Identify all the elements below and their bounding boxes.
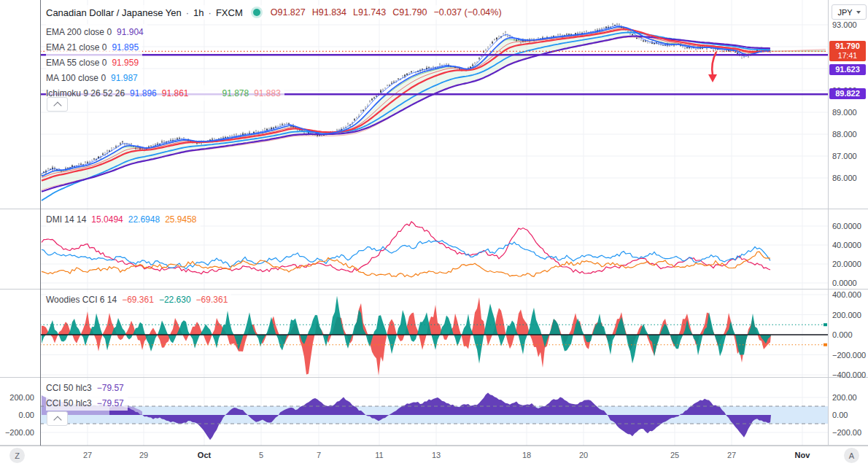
legend-value: 91.987 <box>111 73 138 83</box>
ohlc-values: O91.827H91.834L91.743C91.790−0.037 (−0.0… <box>271 7 502 18</box>
time-axis-label: 13 <box>432 451 441 459</box>
account-letter: A <box>849 451 854 460</box>
time-axis-label: 27 <box>83 451 92 459</box>
ohlc-token: O91.827 <box>271 7 306 18</box>
chevron-down-icon <box>856 11 861 14</box>
legend-row[interactable]: Woodies CCI 6 14−69.361−22.630−69.361 <box>46 292 231 307</box>
legend-row[interactable]: EMA 21 close 091.895 <box>46 39 142 55</box>
legend-value: −79.57 <box>97 383 124 393</box>
legend-label: EMA 55 close 0 <box>46 58 106 68</box>
legend-value: −79.57 <box>97 398 124 408</box>
chevron-up-icon <box>53 101 61 109</box>
title-separator: · <box>186 7 189 18</box>
chevron-up-icon <box>53 416 61 424</box>
collapse-cci-legend-button[interactable] <box>47 411 68 426</box>
current-price-badge: 91.790 17:41 <box>829 41 866 61</box>
tradingview-chart-window: Canadian Dollar / Japanese Yen · 1h · FX… <box>0 0 868 466</box>
price-level-badge: 91.623 <box>829 64 866 75</box>
legend-row[interactable]: EMA 55 close 091.959 <box>46 55 142 70</box>
legend-value: 25.9458 <box>165 214 196 225</box>
symbol-title-row[interactable]: Canadian Dollar / Japanese Yen · 1h · FX… <box>46 5 506 20</box>
time-axis-label: Nov <box>795 451 810 459</box>
legend-value: 91.883 <box>254 88 281 98</box>
time-axis-label: 5 <box>259 451 263 459</box>
legend-value: 22.6948 <box>128 214 160 225</box>
legend-label: MA 100 close 0 <box>46 73 106 83</box>
time-axis-label: 25 <box>670 451 679 459</box>
collapse-legend-button[interactable] <box>47 97 68 112</box>
time-axis-label: 29 <box>139 451 148 459</box>
symbol-name[interactable]: Canadian Dollar / Japanese Yen <box>46 7 182 18</box>
time-axis-label: 27 <box>727 451 736 459</box>
legend-value: 91.959 <box>112 58 139 68</box>
market-status-icon[interactable] <box>253 9 260 16</box>
legend-row[interactable]: CCI 50 hlc3−79.57 <box>46 380 128 395</box>
legend-value: 91.896 <box>130 88 157 98</box>
ohlc-token: C91.790 <box>392 7 427 18</box>
ohlc-token: −0.037 (−0.04%) <box>433 7 501 18</box>
main-indicator-legend: EMA 200 close 091.904EMA 21 close 091.89… <box>46 24 284 101</box>
woodies-cci-legend: Woodies CCI 6 14−69.361−22.630−69.361 <box>46 292 231 307</box>
time-axis-label: 20 <box>579 451 588 459</box>
cci50-legend: CCI 50 hlc3−79.57CCI 50 hlc3−79.57 <box>46 380 128 411</box>
time-axis-label: 11 <box>375 451 383 459</box>
legend-label: EMA 21 close 0 <box>46 42 106 53</box>
dmi-legend: DMI 14 1415.049422.694825.9458 <box>46 211 201 227</box>
legend-value: 91.878 <box>222 88 249 98</box>
price-axis-currency-button[interactable]: JPY <box>832 4 867 20</box>
legend-value: 91.895 <box>112 42 139 53</box>
legend-value: 91.861 <box>162 88 189 98</box>
legend-value: −69.361 <box>122 295 154 305</box>
legend-value: 15.0494 <box>91 214 123 225</box>
legend-label: Woodies CCI 6 14 <box>46 295 117 305</box>
legend-label: CCI 50 hlc3 <box>46 383 92 393</box>
legend-value: −69.361 <box>196 295 228 305</box>
legend-value: −22.630 <box>159 295 191 305</box>
current-price-value: 91.790 <box>829 42 866 51</box>
legend-row[interactable]: MA 100 close 091.987 <box>46 70 142 85</box>
account-button-right[interactable]: A <box>844 448 859 463</box>
bar-countdown: 17:41 <box>829 51 866 61</box>
logo-button-left[interactable]: Z <box>9 448 25 463</box>
price-level-badge: 89.822 <box>829 88 866 99</box>
legend-row[interactable]: Ichimoku 9 26 52 2691.89691.86191.87891.… <box>46 85 284 101</box>
time-axis-label: 18 <box>522 451 531 459</box>
title-separator: · <box>209 7 212 18</box>
legend-row[interactable]: EMA 200 close 091.904 <box>46 24 147 39</box>
legend-label: CCI 50 hlc3 <box>46 398 92 408</box>
interval-label[interactable]: 1h <box>193 7 204 18</box>
currency-label: JPY <box>837 8 852 17</box>
time-axis-label: Oct <box>198 451 211 459</box>
logo-letter: Z <box>15 451 20 460</box>
exchange-label[interactable]: FXCM <box>216 7 243 18</box>
legend-label: DMI 14 14 <box>46 214 86 225</box>
time-axis-label: 7 <box>317 451 321 459</box>
legend-row[interactable]: DMI 14 1415.049422.694825.9458 <box>46 211 201 227</box>
legend-value: 91.904 <box>117 27 144 37</box>
ohlc-token: H91.834 <box>312 7 346 18</box>
legend-label: EMA 200 close 0 <box>46 27 112 37</box>
ohlc-token: L91.743 <box>353 7 386 18</box>
legend-row[interactable]: CCI 50 hlc3−79.57 <box>46 395 128 411</box>
